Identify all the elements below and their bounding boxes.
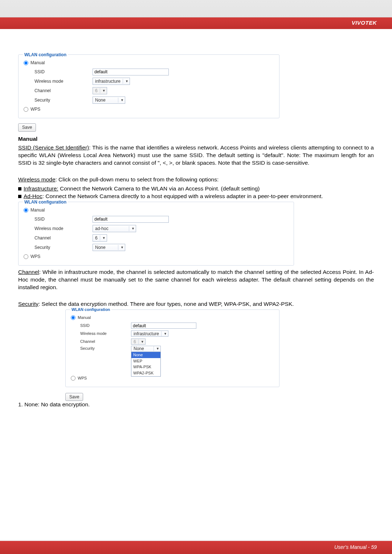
wmode-value: ad-hoc <box>95 226 109 231</box>
wmode-select[interactable]: ad-hoc ▼ <box>93 225 136 232</box>
security-label: Security <box>34 97 93 103</box>
security-option-wep[interactable]: WEP <box>131 358 160 364</box>
wmode-value: infrastructure <box>95 78 121 84</box>
wmode-label: Wireless mode <box>80 331 131 336</box>
channel-label: Channel <box>34 88 93 94</box>
manual-radio-input[interactable] <box>71 315 75 320</box>
security-term: Security <box>18 301 38 307</box>
header-bar <box>0 0 392 17</box>
security-value: None <box>95 245 106 250</box>
channel-select[interactable]: 6 ▼ <box>93 234 107 242</box>
chevron-down-icon: ▼ <box>164 332 167 336</box>
manual-radio-input[interactable] <box>24 61 28 65</box>
wmode-term: Wireless mode <box>18 176 56 182</box>
adhoc-bullet: Ad-Hoc: Connect the Network Camera direc… <box>18 193 374 200</box>
wps-radio[interactable]: WPS <box>71 376 87 381</box>
infra-body: Connect the Network Camera to the WLAN v… <box>58 185 260 192</box>
security-select[interactable]: None ▼ <box>131 346 161 352</box>
channel-select-disabled: 6 ▼ <box>93 87 107 94</box>
square-bullet-icon <box>18 187 21 190</box>
page-footer: User's Manual - 59 <box>0 541 392 554</box>
wmode-paragraph: Wireless mode: Click on the pull-down me… <box>18 176 374 184</box>
wmode-label: Wireless mode <box>34 78 93 84</box>
brand-strip: VIVOTEK <box>0 17 392 29</box>
none-list-item: 1. None: No data encryption. <box>18 401 374 409</box>
chevron-down-icon: ▼ <box>125 79 128 83</box>
wmode-label: Wireless mode <box>34 226 93 231</box>
wmode-select[interactable]: infrastructure ▼ <box>131 331 168 337</box>
chevron-down-icon: ▼ <box>131 226 135 231</box>
wps-radio-label: WPS <box>30 254 40 259</box>
save-button[interactable]: Save <box>18 123 36 131</box>
wps-radio-input[interactable] <box>24 254 28 259</box>
manual-radio-label: Manual <box>78 315 91 320</box>
security-option-wpapsk[interactable]: WPA-PSK <box>131 364 160 370</box>
square-bullet-icon <box>18 195 21 198</box>
channel-paragraph: Channel: While in infrastructure mode, t… <box>18 268 374 291</box>
ssid-paragraph: SSID (Service Set Identifier): This is t… <box>18 144 374 167</box>
chevron-down-icon: ▼ <box>156 346 159 351</box>
channel-value: 6 <box>95 88 98 94</box>
channel-term: Channel <box>18 269 39 275</box>
infra-term: Infrastructure: <box>24 185 58 192</box>
wlan-legend: WLAN configuration <box>70 307 111 312</box>
chevron-down-icon: ▼ <box>102 236 106 240</box>
security-select[interactable]: None ▼ <box>93 244 125 251</box>
security-body: : Select the data encryption method. The… <box>38 301 294 307</box>
manual-radio-label: Manual <box>30 60 45 66</box>
manual-radio[interactable]: Manual <box>24 207 45 213</box>
wmode-body: : Click on the pull-down menu to select … <box>56 176 219 182</box>
manual-heading: Manual <box>18 135 374 143</box>
footer-text: User's Manual - 59 <box>334 544 377 550</box>
ssid-term: SSID (Service Set Identifier) <box>18 144 89 151</box>
channel-label: Channel <box>34 235 93 241</box>
page-content: WLAN configuration Manual SSID Wireless … <box>0 29 392 409</box>
wps-radio-input[interactable] <box>24 107 28 112</box>
wps-radio-label: WPS <box>78 376 87 381</box>
channel-value: 6 <box>134 339 136 345</box>
security-select[interactable]: None ▼ <box>93 97 125 104</box>
ssid-label: SSID <box>34 69 93 75</box>
ssid-label: SSID <box>34 216 93 222</box>
security-value: None <box>95 97 106 103</box>
chevron-down-icon: ▼ <box>121 245 124 250</box>
security-value: None <box>134 346 144 352</box>
ssid-input[interactable] <box>93 69 169 75</box>
wlan-config-box-1: WLAN configuration Manual SSID Wireless … <box>18 54 279 118</box>
security-option-none[interactable]: None <box>131 352 160 358</box>
wps-radio[interactable]: WPS <box>24 254 40 259</box>
ssid-input[interactable] <box>131 323 196 329</box>
channel-select-disabled: 6 ▼ <box>131 338 146 345</box>
security-label: Security <box>34 245 93 250</box>
manual-radio[interactable]: Manual <box>71 315 91 320</box>
security-option-wpa2psk[interactable]: WPA2-PSK <box>131 370 160 376</box>
channel-label: Channel <box>80 339 131 344</box>
wlan-legend: WLAN configuration <box>23 52 68 58</box>
security-dropdown-list[interactable]: None WEP WPA-PSK WPA2-PSK <box>131 352 161 377</box>
wmode-select[interactable]: infrastructure ▼ <box>93 78 130 85</box>
chevron-down-icon: ▼ <box>121 98 124 102</box>
ssid-input[interactable] <box>93 216 169 223</box>
manual-radio-label: Manual <box>30 207 45 213</box>
wps-radio-label: WPS <box>30 106 40 112</box>
chevron-down-icon: ▼ <box>102 89 106 93</box>
channel-value: 6 <box>95 235 98 241</box>
security-label: Security <box>80 346 131 351</box>
ssid-label: SSID <box>80 323 131 328</box>
adhoc-term: Ad-Hoc <box>24 193 42 199</box>
chevron-down-icon: ▼ <box>141 340 144 344</box>
manual-radio[interactable]: Manual <box>24 60 45 66</box>
wlan-config-box-2: WLAN configuration Manual SSID Wireless … <box>18 202 294 266</box>
wps-radio-input[interactable] <box>71 376 75 381</box>
channel-body: : While in infrastructure mode, the chan… <box>18 269 374 290</box>
wmode-value: infrastructure <box>134 331 159 337</box>
wlan-config-box-3: WLAN configuration Manual SSID Wireless … <box>65 309 279 387</box>
infra-bullet: Infrastructure: Connect the Network Came… <box>18 185 374 193</box>
wlan-legend: WLAN configuration <box>23 199 68 205</box>
manual-radio-input[interactable] <box>24 208 28 213</box>
wps-radio[interactable]: WPS <box>24 106 40 112</box>
adhoc-body: : Connect the Network Camera directly to… <box>42 193 323 199</box>
brand-text: VIVOTEK <box>352 20 377 26</box>
save-button[interactable]: Save <box>65 393 83 401</box>
